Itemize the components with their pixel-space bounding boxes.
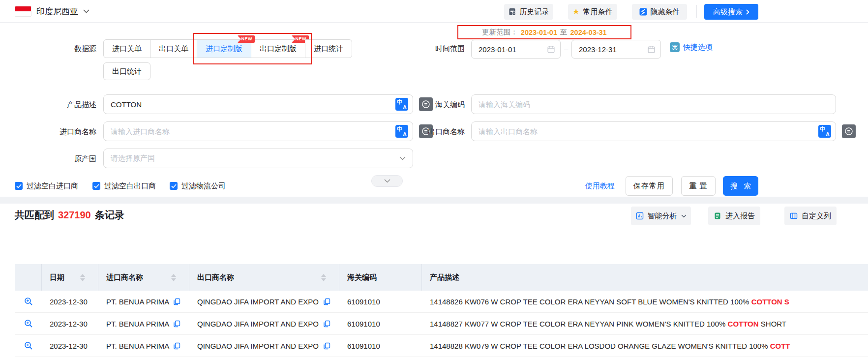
filter-blank-exporter-checkbox[interactable]: 过滤空白出口商: [92, 176, 156, 196]
product-desc-cell: 14148827 KW077 W CROP TEE COLOR ERA NEYY…: [422, 313, 868, 334]
translate-icon[interactable]: 中A: [818, 125, 831, 138]
hs-code-cell: 61091010: [339, 313, 422, 334]
copy-icon[interactable]: [173, 320, 180, 328]
trade-data-search-page: 印度尼西亚 历史记录 ★ 常用条件 隐藏条件 高级搜索 更新范围： 2023-0…: [0, 0, 868, 359]
hs-code-input[interactable]: [471, 94, 836, 114]
highlighted-keyword: COTTON S: [751, 298, 789, 306]
chart-icon: [636, 212, 644, 220]
reset-button[interactable]: 重 置: [681, 176, 716, 196]
copy-icon[interactable]: [173, 298, 180, 305]
date-range-separator: –: [564, 45, 568, 53]
update-range-to: 至: [560, 28, 568, 37]
hs-code-cell: 61091010: [339, 291, 422, 312]
smart-analysis-button[interactable]: 智能分析: [631, 207, 691, 225]
row-actions-cell: [15, 291, 42, 312]
count-number: 327190: [58, 209, 91, 221]
quick-options-label: 快捷选项: [683, 43, 713, 52]
product-desc-cell: 14148826 KW076 W CROP TEE COLOR ERA NEYY…: [422, 291, 868, 312]
origin-country-select[interactable]: 请选择原产国: [103, 149, 413, 168]
row-actions-cell: [15, 335, 42, 357]
header-exporter[interactable]: 出口商名称: [189, 264, 339, 291]
history-button-label: 历史记录: [520, 7, 549, 17]
tab-export-statistics[interactable]: 出口统计: [103, 62, 150, 80]
calendar-icon: [547, 45, 555, 54]
end-date-value: 2023-12-31: [579, 45, 617, 54]
advanced-search-label: 高级搜索: [713, 7, 743, 17]
header-actions: [15, 264, 42, 291]
product-desc-label: 产品描述: [15, 100, 96, 110]
product-desc-input[interactable]: [103, 94, 413, 114]
exporter-cell: QINGDAO JIFA IMPORT AND EXPO: [189, 335, 339, 357]
exporter-input[interactable]: [471, 121, 836, 141]
favorites-button-label: 常用条件: [583, 7, 613, 17]
time-range-label: 时间范围: [383, 44, 465, 54]
custom-columns-button[interactable]: 自定义列: [784, 207, 837, 225]
chevron-down-icon: [384, 179, 390, 183]
chevron-down-icon: [681, 214, 687, 218]
tab-import-statistics[interactable]: 进口统计: [305, 39, 352, 58]
tab-import-custom[interactable]: 进口定制版NEW: [197, 39, 251, 58]
quick-options-button[interactable]: ⌘ 快捷选项: [670, 42, 713, 52]
count-suffix: 条记录: [95, 209, 124, 222]
indonesia-flag-icon: [15, 6, 31, 17]
exact-match-icon[interactable]: [842, 124, 856, 138]
hs-code-label: 海关编码: [383, 100, 465, 110]
end-date-input[interactable]: 2023-12-31: [571, 40, 661, 59]
date-cell: 2023-12-30: [42, 291, 98, 312]
collapse-filters-button[interactable]: [371, 175, 403, 187]
smart-analysis-label: 智能分析: [648, 211, 677, 221]
copy-icon[interactable]: [323, 298, 330, 305]
product-desc-cell: 14148828 KW079 W CROP TEE COLOR ERA LOSD…: [422, 335, 868, 357]
chevron-right-icon: [746, 9, 749, 15]
importer-cell: PT. BENUA PRIMA: [98, 313, 189, 334]
tab-export-custom[interactable]: 出口定制版NEW: [251, 39, 305, 58]
filter-logistics-checkbox[interactable]: 过滤物流公司: [170, 176, 226, 196]
save-favorite-button[interactable]: 保存常用: [626, 176, 673, 196]
origin-country-placeholder: 请选择原产国: [111, 154, 155, 163]
table-header-row: 日期 进口商名称 出口商名称 海关编码 产品描述: [15, 264, 868, 291]
start-date-input[interactable]: 2023-01-01: [471, 40, 561, 59]
advanced-search-button[interactable]: 高级搜索: [704, 4, 758, 20]
tab-import-declarations[interactable]: 进口关单: [103, 39, 150, 58]
star-icon: ★: [572, 8, 579, 16]
highlighted-keyword: COTTON: [728, 320, 759, 328]
header-importer[interactable]: 进口商名称: [98, 264, 189, 291]
magnifier-icon[interactable]: [24, 341, 33, 350]
checkbox-checked-icon: [170, 182, 178, 190]
topbar-divider: [696, 5, 697, 18]
country-selector[interactable]: 印度尼西亚: [36, 0, 90, 23]
filter-blank-importer-checkbox[interactable]: 过滤空白进口商: [15, 176, 78, 196]
favorites-button[interactable]: ★ 常用条件: [568, 4, 617, 20]
sort-icon[interactable]: [80, 274, 85, 281]
history-button[interactable]: 历史记录: [504, 4, 553, 20]
highlighted-keyword: COTT: [770, 342, 790, 350]
copy-icon[interactable]: [173, 342, 180, 350]
new-badge: NEW: [238, 35, 255, 43]
copy-icon[interactable]: [323, 342, 330, 350]
update-range-label: 更新范围：: [482, 28, 518, 37]
calendar-icon: [647, 45, 656, 54]
exporter-label: 出口商名称: [383, 127, 465, 137]
table-row: 2023-12-30 PT. BENUA PRIMA QINGDAO JIFA …: [15, 335, 868, 357]
hide-conditions-button[interactable]: 隐藏条件: [632, 4, 687, 20]
sort-icon[interactable]: [171, 274, 176, 281]
importer-label: 进口商名称: [15, 127, 96, 137]
sort-icon[interactable]: [321, 274, 326, 281]
magnifier-icon[interactable]: [24, 297, 33, 306]
date-cell: 2023-12-30: [42, 335, 98, 357]
header-date[interactable]: 日期: [42, 264, 98, 291]
search-button[interactable]: 搜 索: [723, 176, 758, 196]
hs-code-cell: 61091010: [339, 335, 422, 357]
magnifier-icon[interactable]: [24, 319, 33, 328]
country-label: 印度尼西亚: [36, 6, 78, 17]
importer-input[interactable]: [103, 121, 413, 141]
enter-report-button[interactable]: 进入报告: [708, 207, 760, 225]
chevron-down-icon: [399, 156, 406, 160]
tutorial-link[interactable]: 使用教程: [585, 176, 615, 196]
copy-icon[interactable]: [323, 320, 330, 328]
tab-export-declarations[interactable]: 出口关单: [150, 39, 197, 58]
data-source-label: 数据源: [15, 44, 96, 54]
update-range-start: 2023-01-01: [521, 29, 557, 36]
exporter-cell: QINGDAO JIFA IMPORT AND EXPO: [189, 291, 339, 312]
enter-report-label: 进入报告: [725, 211, 755, 221]
